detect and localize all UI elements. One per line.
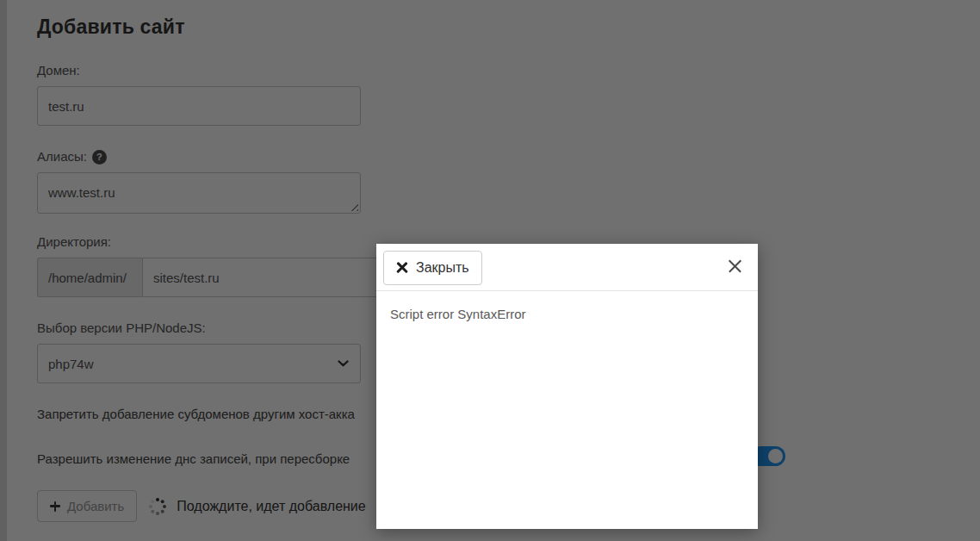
modal-close-button[interactable]: Закрыть [383, 251, 482, 285]
modal-corner-close[interactable] [728, 258, 742, 273]
error-modal-header: Закрыть [376, 244, 758, 291]
error-modal: Закрыть Script error SyntaxError [376, 244, 758, 529]
close-x-icon [728, 258, 742, 273]
modal-close-button-label: Закрыть [416, 260, 469, 276]
times-heavy-icon [396, 262, 408, 274]
error-message: Script error SyntaxError [390, 307, 526, 321]
error-modal-body: Script error SyntaxError [376, 291, 758, 337]
